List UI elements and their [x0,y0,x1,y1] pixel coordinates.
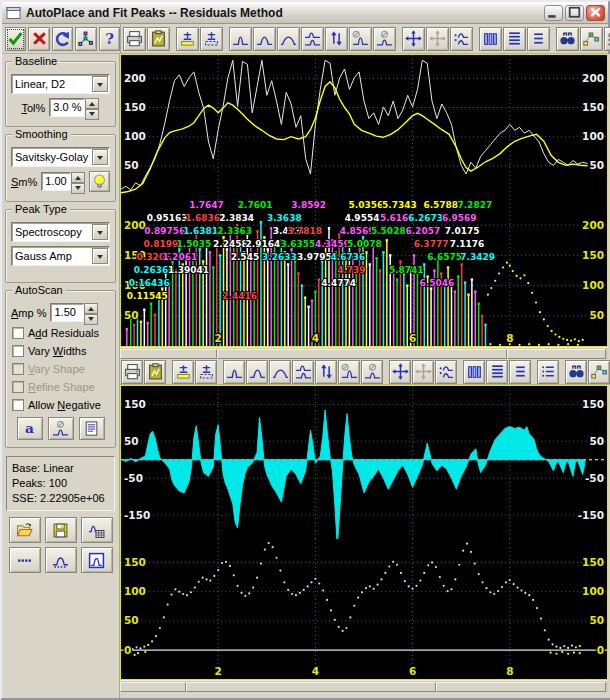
peak-wide-button[interactable] [277,27,300,51]
copy-graph-2-button[interactable] [144,360,166,384]
print-graph-2-button[interactable] [121,360,143,384]
amp-percent-value[interactable]: 1.50 [50,303,84,322]
open-button[interactable] [9,517,41,543]
baseline-type-select[interactable]: Linear, D2 [11,74,110,94]
peak-wide-2-button[interactable] [269,360,291,384]
scroll-segment-2[interactable] [186,682,436,692]
baseline-type-arrow[interactable] [92,76,108,92]
copy-graph-button[interactable] [147,27,170,51]
peak-family-select[interactable]: Spectroscopy [11,222,110,242]
smoothing-type-select[interactable]: Savitsky-Golay [11,147,110,167]
amp-down-button[interactable] [84,314,98,325]
peak-function-select[interactable]: Gauss Amp [11,246,110,266]
tolerance-up-button[interactable] [85,98,99,109]
hide-peaks-a-button[interactable] [349,27,372,51]
data-and-smoothed-pane[interactable]: 5050100100150150200200 [121,55,607,195]
pan-zoom-locked-button[interactable] [426,27,449,51]
baseline-dashed-2-button[interactable]: ± [195,360,217,384]
pan-zoom-locked-2-button[interactable] [412,360,434,384]
scale-y-button[interactable] [325,27,348,51]
graph-options-2-button[interactable] [588,360,610,384]
title-bar[interactable]: AutoPlace and Fit Peaks -- Residuals Met… [2,2,608,24]
peak-narrow-2-button[interactable] [223,360,245,384]
checkbox-vary-widths[interactable]: Vary Widths [12,342,111,360]
residuals-pane[interactable]: 1501505050-50-50-150-150 [121,386,607,539]
compare-sections-2-button[interactable] [435,360,457,384]
checkbox-allow-negative[interactable]: Allow Negative [12,396,111,414]
checkbox-add-residuals[interactable]: Add Residuals [12,324,111,342]
add-residuals-checkbox-box[interactable] [12,327,24,339]
hide-peaks-a-2-button[interactable] [338,360,360,384]
undo-button[interactable] [52,27,73,51]
svg-text:6.2673: 6.2673 [408,213,443,223]
review-peaks-button[interactable] [81,517,113,543]
scroll-segment-1[interactable] [120,349,217,359]
pan-zoom-2-button[interactable] [389,360,411,384]
bar-graph-2-button[interactable] [463,360,485,384]
scroll-segment-1[interactable] [120,682,186,692]
autoplaced-peaks-pane[interactable]: 246850501001001501502002001.76472.76013.… [121,195,607,346]
smoothing-hint-button[interactable] [89,171,110,192]
numeric-list-button[interactable] [537,360,559,384]
amp-percent-spinner: 1.50 [50,303,98,322]
allow-negative-checkbox-box[interactable] [12,399,24,411]
save-button[interactable] [45,517,77,543]
help-button[interactable]: ? [99,27,120,51]
pan-zoom-button[interactable] [402,27,425,51]
section-summary-2-button[interactable] [509,360,531,384]
chart-top-scroll-strip[interactable] [120,347,608,359]
baseline-solid-button[interactable]: ± [176,27,199,51]
smoothing-type-arrow[interactable] [92,149,108,165]
minimize-button[interactable] [544,5,563,21]
hide-peaks-b-2-button[interactable] [361,360,383,384]
baseline-solid-2-button[interactable]: ± [172,360,194,384]
chart-bottom-scroll-strip[interactable] [120,680,608,692]
smoothing-percent-value[interactable]: 1.00 [41,172,71,191]
fit-preferences-button[interactable] [75,27,96,51]
tolerance-down-button[interactable] [85,109,99,120]
peaks-stacked-icon [304,30,321,47]
find-2-button[interactable] [565,360,587,384]
restore-button[interactable] [565,5,584,21]
svg-text:5.0356: 5.0356 [349,200,384,210]
scroll-segment-3[interactable] [507,349,606,359]
section-summary-button[interactable] [527,27,550,51]
numeric-button[interactable] [9,547,41,573]
peak-medium-2-button[interactable] [246,360,268,384]
peak-graph-button[interactable] [81,547,113,573]
peak-estimates-button[interactable] [45,547,77,573]
bar-graph-button[interactable] [479,27,502,51]
zoom-window-button[interactable] [604,27,610,51]
find-button[interactable] [556,27,579,51]
peak-narrow-button[interactable] [229,27,252,51]
hide-peak-labels-button[interactable] [48,417,74,440]
hide-peaks-b-button[interactable] [373,27,396,51]
vary-widths-checkbox-box[interactable] [12,345,24,357]
tolerance-value[interactable]: 3.0 % [49,98,85,117]
ok-button[interactable] [5,27,26,51]
close-button[interactable] [586,5,605,21]
printer-icon [126,30,143,47]
peak-medium-button[interactable] [253,27,276,51]
baseline-dashed-button[interactable]: ± [200,27,223,51]
peaks-stacked-2-button[interactable] [292,360,314,384]
svg-text:150: 150 [582,249,604,261]
scroll-segment-2[interactable] [217,349,507,359]
compare-sections-button[interactable] [450,27,473,51]
amp-up-button[interactable] [84,303,98,314]
scroll-segment-3[interactable] [436,682,606,692]
smoothing-down-button[interactable] [71,183,85,194]
peak-function-arrow[interactable] [92,248,108,264]
cancel-button[interactable] [28,27,49,51]
graph-options-button[interactable] [580,27,603,51]
baseline-fit-pane[interactable]: 2468005050100100150150 [121,539,607,679]
data-summary-2-button[interactable] [486,360,508,384]
numeric-summary-button[interactable] [79,417,105,440]
print-graph-button[interactable] [123,27,146,51]
peaks-stacked-button[interactable] [301,27,324,51]
smoothing-up-button[interactable] [71,172,85,183]
peak-family-arrow[interactable] [92,224,108,240]
label-options-button[interactable]: a [17,417,43,440]
data-summary-button[interactable] [503,27,526,51]
scale-y-2-button[interactable] [315,360,337,384]
